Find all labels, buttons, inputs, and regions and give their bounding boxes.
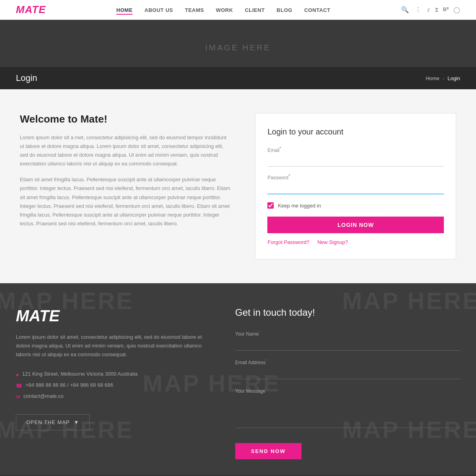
get-in-touch-title: Get in touch today! (235, 307, 460, 318)
footer-address-item: ● 121 King Street, Melbourne Victoria 30… (16, 369, 203, 380)
nav-item-work[interactable]: WORK (216, 7, 233, 13)
chevron-down-icon: ▼ (74, 419, 79, 425)
welcome-title: Welcome to Mate! (20, 113, 231, 125)
email-icon: ✉ (16, 392, 20, 402)
email-address-group: Email Address* (235, 359, 460, 379)
footer-address: 121 King Street, Melbourne Victoria 3000… (22, 369, 138, 379)
twitter-icon[interactable]: 𝕣 (427, 6, 430, 13)
keep-logged-group: Keep me logged in (267, 202, 444, 209)
nav-item-teams[interactable]: TEAMS (185, 7, 204, 13)
email-address-input[interactable] (235, 368, 460, 379)
hero-section: IMAGE HERE Login Home › Login (0, 20, 476, 89)
new-signup-link[interactable]: New Signup? (317, 239, 348, 245)
your-message-label: Your Message* (235, 387, 460, 394)
your-message-group: Your Message* (235, 387, 460, 429)
send-now-button[interactable]: SEND NOW (235, 443, 302, 459)
email-input[interactable] (267, 155, 444, 167)
pinterest-icon[interactable]: 𝕿 (435, 6, 438, 13)
more-options-icon[interactable]: ⋮ (415, 6, 421, 13)
forgot-password-link[interactable]: Forgot Password? (267, 239, 309, 245)
nav-link-client[interactable]: CLIENT (245, 7, 265, 13)
footer-phone-item: ☎ +84 986 86 86 86 / +84 986 68 68 686 (16, 380, 203, 391)
header-icons: 🔍 ⋮ 𝕣 𝕿 Bᴱ ◯ (401, 6, 460, 13)
login-now-button[interactable]: LOGIN NOW (267, 217, 444, 233)
footer-email: contact@mate.co (23, 391, 63, 401)
location-icon: ● (16, 370, 19, 380)
footer-right: Get in touch today! Your Name* Email Add… (235, 307, 460, 459)
login-links: Forgot Password? New Signup? (267, 239, 444, 245)
footer-phone: +84 986 86 86 86 / +84 986 68 68 686 (25, 380, 113, 390)
logo[interactable]: MATE (16, 4, 46, 16)
nav-item-home[interactable]: HOME (116, 7, 132, 13)
your-name-input[interactable] (235, 339, 460, 351)
email-label: Email* (267, 146, 444, 153)
breadcrumb-current: Login (447, 75, 460, 81)
login-card: Login to your account Email* Password* K… (255, 113, 456, 259)
header: MATE HOME ABOUT US TEAMS WORK CLIENT BLO… (0, 0, 476, 20)
nav-link-work[interactable]: WORK (216, 7, 233, 13)
nav-link-contact[interactable]: CONTACT (304, 7, 330, 13)
nav-links: HOME ABOUT US TEAMS WORK CLIENT BLOG CON… (116, 7, 330, 13)
nav-link-home[interactable]: HOME (116, 7, 132, 15)
footer-description: Lorem ipsum dolor sit amet, consectetur … (16, 333, 203, 359)
main-nav: HOME ABOUT US TEAMS WORK CLIENT BLOG CON… (116, 7, 330, 13)
welcome-para1: Lorem ipsum dolor sit a met, consectetur… (20, 133, 231, 168)
footer-logo: MATE (16, 307, 60, 325)
open-map-button[interactable]: OPEN THE MAP ▼ (16, 414, 90, 430)
main-content-section: Welcome to Mate! Lorem ipsum dolor sit a… (0, 89, 476, 283)
your-name-label: Your Name* (235, 330, 460, 337)
breadcrumb-home[interactable]: Home (426, 75, 440, 81)
nav-item-client[interactable]: CLIENT (245, 7, 265, 13)
breadcrumb-separator: › (443, 75, 444, 81)
footer-email-item: ✉ contact@mate.co (16, 391, 203, 402)
email-form-group: Email* (267, 146, 444, 167)
search-icon[interactable]: 🔍 (401, 6, 409, 13)
password-label: Password* (267, 174, 444, 180)
nav-item-contact[interactable]: CONTACT (304, 7, 330, 13)
behance-icon[interactable]: Bᴱ (443, 6, 449, 13)
phone-icon: ☎ (16, 381, 22, 391)
password-form-group: Password* (267, 174, 444, 194)
social-header-icons: 𝕣 𝕿 Bᴱ ◯ (427, 6, 460, 13)
footer-left: MATE Lorem ipsum dolor sit amet, consect… (16, 307, 203, 459)
breadcrumb: Home › Login (426, 75, 460, 81)
welcome-section: Welcome to Mate! Lorem ipsum dolor sit a… (20, 113, 231, 259)
content-grid: Welcome to Mate! Lorem ipsum dolor sit a… (20, 113, 456, 259)
login-card-title: Login to your account (267, 127, 444, 136)
nav-item-blog[interactable]: BLOG (276, 7, 292, 13)
hero-bottom-bar: Login Home › Login (0, 67, 476, 89)
password-input[interactable] (267, 182, 444, 194)
footer-grid: MATE Lorem ipsum dolor sit amet, consect… (16, 307, 460, 459)
image-placeholder-text: IMAGE HERE (0, 43, 476, 52)
your-message-textarea[interactable] (235, 396, 460, 428)
welcome-para2: Etiam sit amet fringilla lacus. Pellente… (20, 175, 231, 228)
email-address-label: Email Address* (235, 359, 460, 365)
nav-link-blog[interactable]: BLOG (276, 7, 292, 13)
keep-logged-label[interactable]: Keep me logged in (278, 203, 321, 209)
page-title: Login (16, 73, 37, 83)
keep-logged-checkbox[interactable] (267, 202, 274, 209)
user-icon[interactable]: ◯ (453, 6, 460, 13)
nav-link-about[interactable]: ABOUT US (144, 7, 173, 13)
your-name-group: Your Name* (235, 330, 460, 351)
nav-link-teams[interactable]: TEAMS (185, 7, 204, 13)
nav-item-about[interactable]: ABOUT US (144, 7, 173, 13)
footer-section: MAP HERE MAP HERE MAP HERE MAP HERE MAP … (0, 283, 476, 475)
footer-contact-info: ● 121 King Street, Melbourne Victoria 30… (16, 369, 203, 402)
